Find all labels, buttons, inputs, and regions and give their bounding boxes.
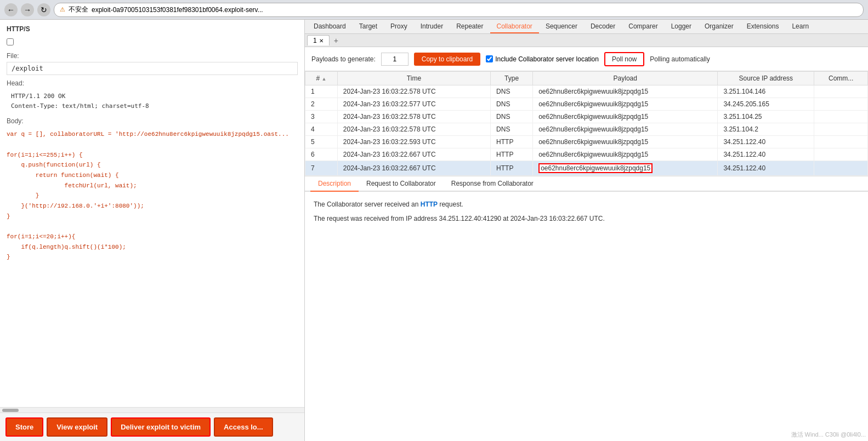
col-header-time[interactable]: Time — [337, 72, 490, 85]
payloads-input[interactable] — [381, 53, 409, 66]
http-badge: HTTP — [421, 201, 438, 208]
reload-button[interactable]: ↻ — [37, 3, 50, 16]
nav-learn[interactable]: Learn — [785, 20, 815, 33]
store-button[interactable]: Store — [5, 417, 43, 437]
address-bar[interactable]: ⚠ 不安全 exploit-0a97005103153f0381fef98301… — [54, 3, 864, 17]
cell-payload: oe62hnu8erc6kpigwewuuik8jzpqdg15 — [533, 161, 718, 176]
tab-add-button[interactable]: + — [330, 35, 343, 46]
table-row[interactable]: 62024-Jan-23 16:03:22.667 UTCHTTPoe62hnu… — [305, 148, 868, 161]
cell-comment — [814, 111, 868, 123]
tab-description[interactable]: Description — [310, 176, 359, 192]
cell-type: DNS — [491, 111, 533, 123]
checkbox-input[interactable] — [7, 38, 14, 45]
head-value: HTTP/1.1 200 OK Content-Type: text/html;… — [7, 89, 298, 113]
bottom-buttons: Store View exploit Deliver exploit to vi… — [0, 413, 304, 441]
cell-time: 2024-Jan-23 16:03:22.667 UTC — [337, 148, 490, 161]
cell-time: 2024-Jan-23 16:03:22.577 UTC — [337, 98, 490, 111]
horizontal-scrollbar[interactable] — [0, 407, 304, 413]
nav-organizer[interactable]: Organizer — [698, 20, 740, 33]
cell-payload: oe62hnu8erc6kpigwewuuik8jzpqdg15 — [533, 98, 718, 111]
nav-sequencer[interactable]: Sequencer — [539, 20, 584, 33]
table-row[interactable]: 32024-Jan-23 16:03:22.578 UTCDNSoe62hnu8… — [305, 111, 868, 123]
description-line1: The Collaborator server received an HTTP… — [314, 199, 859, 209]
nav-logger[interactable]: Logger — [665, 20, 698, 33]
cell-type: HTTP — [491, 161, 533, 176]
tabs-row: 1 ✕ + — [305, 34, 868, 47]
include-checkbox-label[interactable]: Include Collaborator server location — [486, 55, 599, 63]
security-warning: 不安全 — [69, 5, 88, 14]
cell-source-ip: 34.251.122.40 — [718, 161, 814, 176]
nav-comparer[interactable]: Comparer — [622, 20, 664, 33]
cell-source-ip: 34.251.122.40 — [718, 148, 814, 161]
cell-comment — [814, 148, 868, 161]
cell-source-ip: 34.245.205.165 — [718, 98, 814, 111]
cell-time: 2024-Jan-23 16:03:22.578 UTC — [337, 111, 490, 123]
table-row[interactable]: 12024-Jan-23 16:03:22.578 UTCDNSoe62hnu8… — [305, 85, 868, 98]
nav-intruder[interactable]: Intruder — [414, 20, 450, 33]
cell-source-ip: 3.251.104.25 — [718, 111, 814, 123]
polling-label: Polling automatically — [650, 55, 710, 63]
include-checkbox-input[interactable] — [486, 55, 493, 62]
cell-type: DNS — [491, 123, 533, 136]
cell-time: 2024-Jan-23 16:03:22.578 UTC — [337, 123, 490, 136]
tab-close-icon[interactable]: ✕ — [319, 38, 324, 44]
cell-payload: oe62hnu8erc6kpigwewuuik8jzpqdg15 — [533, 123, 718, 136]
nav-repeater[interactable]: Repeater — [450, 20, 490, 33]
cell-time: 2024-Jan-23 16:03:22.578 UTC — [337, 85, 490, 98]
cell-num: 7 — [305, 161, 338, 176]
page-content-area: HTTP/S File: /exploit Head: HTTP/1.1 200… — [0, 20, 304, 407]
cell-comment — [814, 123, 868, 136]
nav-dashboard[interactable]: Dashboard — [307, 20, 353, 33]
checkbox-row — [7, 36, 298, 48]
tab-1[interactable]: 1 ✕ — [307, 35, 330, 45]
cell-num: 6 — [305, 148, 338, 161]
cell-payload: oe62hnu8erc6kpigwewuuik8jzpqdg15 — [533, 136, 718, 148]
cell-comment — [814, 98, 868, 111]
cell-num: 3 — [305, 111, 338, 123]
deliver-exploit-button[interactable]: Deliver exploit to victim — [111, 417, 211, 437]
copy-clipboard-button[interactable]: Copy to clipboard — [414, 53, 480, 66]
cell-comment — [814, 85, 868, 98]
table-row[interactable]: 22024-Jan-23 16:03:22.577 UTCDNSoe62hnu8… — [305, 98, 868, 111]
nav-target[interactable]: Target — [353, 20, 384, 33]
nav-proxy[interactable]: Proxy — [384, 20, 414, 33]
nav-collaborator[interactable]: Collaborator — [490, 20, 539, 33]
tab-request[interactable]: Request to Collaborator — [359, 176, 444, 192]
cell-num: 2 — [305, 98, 338, 111]
cell-num: 5 — [305, 136, 338, 148]
col-header-comment[interactable]: Comm... — [814, 72, 868, 85]
view-exploit-button[interactable]: View exploit — [47, 417, 107, 437]
access-button[interactable]: Access lo... — [214, 417, 273, 437]
cell-source-ip: 3.251.104.146 — [718, 85, 814, 98]
forward-button[interactable]: → — [21, 3, 34, 16]
body-label: Body: — [7, 117, 298, 125]
head-line2: Content-Type: text/html; charset=utf-8 — [11, 101, 293, 111]
tab-response[interactable]: Response from Collaborator — [444, 176, 541, 192]
table-row[interactable]: 72024-Jan-23 16:03:22.667 UTCHTTPoe62hnu… — [305, 161, 868, 176]
back-button[interactable]: ← — [4, 3, 18, 16]
poll-now-button[interactable]: Poll now — [604, 52, 644, 66]
table-row[interactable]: 42024-Jan-23 16:03:22.578 UTCDNSoe62hnu8… — [305, 123, 868, 136]
cell-time: 2024-Jan-23 16:03:22.667 UTC — [337, 161, 490, 176]
code-block: var q = [], collaboratorURL = 'http://oe… — [7, 127, 298, 265]
table-row[interactable]: 52024-Jan-23 16:03:22.593 UTCHTTPoe62hnu… — [305, 136, 868, 148]
cell-payload: oe62hnu8erc6kpigwewuuik8jzpqdg15 — [533, 85, 718, 98]
col-header-source-ip[interactable]: Source IP address — [718, 72, 814, 85]
detail-tabs: Description Request to Collaborator Resp… — [305, 176, 868, 192]
file-label: File: — [7, 52, 298, 60]
detail-content: The Collaborator server received an HTTP… — [305, 192, 868, 441]
nav-decoder[interactable]: Decoder — [584, 20, 622, 33]
cell-num: 1 — [305, 85, 338, 98]
scroll-thumb — [2, 409, 19, 412]
left-panel: HTTP/S File: /exploit Head: HTTP/1.1 200… — [0, 20, 305, 441]
col-header-type[interactable]: Type — [491, 72, 533, 85]
col-header-payload[interactable]: Payload — [533, 72, 718, 85]
col-header-num[interactable]: # ▲ — [305, 72, 338, 85]
nav-extensions[interactable]: Extensions — [740, 20, 786, 33]
include-label-text: Include Collaborator server location — [495, 55, 599, 63]
file-value: /exploit — [7, 62, 298, 75]
collab-table-container: # ▲ Time Type Payload Source IP address … — [305, 71, 868, 176]
cell-type: HTTP — [491, 136, 533, 148]
tab-label: 1 — [313, 37, 317, 44]
description-line2: The request was received from IP address… — [314, 214, 859, 224]
